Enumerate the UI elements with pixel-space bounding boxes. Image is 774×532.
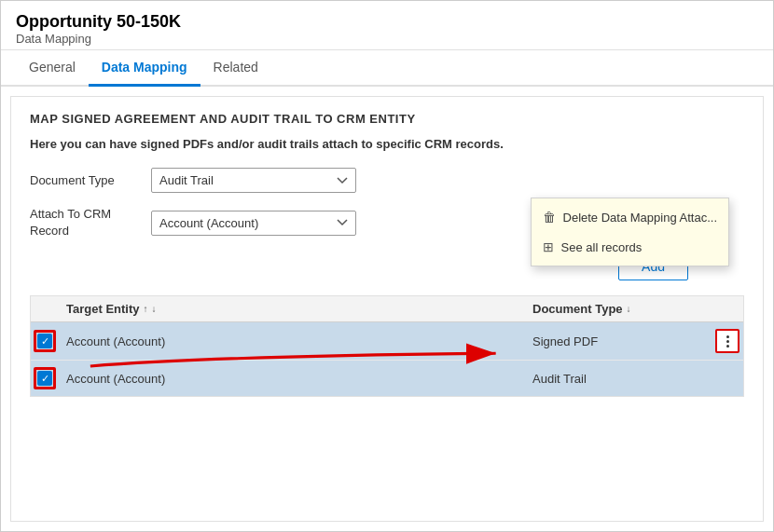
tab-data-mapping[interactable]: Data Mapping: [89, 50, 200, 87]
dot-1: [726, 335, 729, 338]
delete-menu-label: Delete Data Mapping Attac...: [563, 211, 717, 225]
section-panel: MAP SIGNED AGREEMENT AND AUDIT TRAIL TO …: [10, 96, 764, 522]
table-row: ✓ Account (Account) Signed PDF: [31, 322, 743, 361]
row-2-target: Account (Account): [59, 372, 525, 386]
section-description: Here you can have signed PDFs and/or aud…: [30, 137, 744, 151]
sort-desc-icon[interactable]: ↓: [152, 304, 157, 314]
section-title: MAP SIGNED AGREEMENT AND AUDIT TRAIL TO …: [30, 112, 744, 126]
document-type-col-label: Document Type: [532, 302, 623, 316]
row-1-doctype: Signed PDF: [525, 334, 712, 348]
attach-to-crm-label: Attach To CRMRecord: [30, 206, 151, 239]
row-1-checkbox[interactable]: ✓: [37, 334, 52, 348]
doctype-sort-icon[interactable]: ↓: [627, 304, 631, 314]
table-header: Target Entity ↑ ↓ Document Type ↓: [31, 296, 743, 322]
see-all-label: See all records: [561, 240, 643, 254]
context-menu: 🗑 Delete Data Mapping Attac... ⊞ See all…: [531, 198, 729, 266]
row-2-check-border: ✓: [34, 367, 56, 389]
dot-3: [726, 345, 729, 348]
page-wrapper: Opportunity 50-150K Data Mapping General…: [0, 0, 774, 532]
main-content: MAP SIGNED AGREEMENT AND AUDIT TRAIL TO …: [1, 87, 773, 531]
col-target-header[interactable]: Target Entity ↑ ↓: [59, 302, 525, 316]
document-type-label: Document Type: [30, 173, 151, 187]
tab-bar: General Data Mapping Related: [1, 50, 773, 87]
page-subtitle: Data Mapping: [16, 32, 758, 46]
row-1-actions: [712, 329, 743, 353]
row-1-more-options-button[interactable]: [715, 329, 739, 353]
see-all-records-menu-item[interactable]: ⊞ See all records: [532, 232, 728, 262]
page-title: Opportunity 50-150K: [16, 12, 758, 32]
document-type-row: Document Type Audit Trail Signed PDF: [30, 168, 744, 193]
dot-2: [726, 340, 729, 343]
tab-general[interactable]: General: [16, 50, 89, 87]
col-doctype-header[interactable]: Document Type ↓: [525, 302, 712, 316]
row-2-doctype: Audit Trail: [525, 372, 712, 386]
row-2-checkbox-cell: ✓: [31, 367, 59, 389]
target-entity-label: Target Entity: [66, 302, 140, 316]
tab-related[interactable]: Related: [200, 50, 271, 87]
row-1-check-border: ✓: [34, 330, 56, 352]
document-type-select[interactable]: Audit Trail Signed PDF: [151, 168, 356, 193]
table-row: ✓ Account (Account) Audit Trail: [31, 361, 743, 396]
row-1-checkbox-cell: ✓: [31, 330, 59, 352]
sort-asc-icon[interactable]: ↑: [144, 304, 148, 314]
header: Opportunity 50-150K Data Mapping: [1, 1, 773, 50]
row-1-target: Account (Account): [59, 334, 525, 348]
attach-to-crm-select[interactable]: Account (Account): [151, 211, 356, 236]
delete-data-mapping-menu-item[interactable]: 🗑 Delete Data Mapping Attac...: [532, 202, 728, 232]
row-2-checkbox[interactable]: ✓: [37, 371, 52, 386]
grid-icon: ⊞: [543, 239, 554, 254]
data-mapping-table: Target Entity ↑ ↓ Document Type ↓ ✓: [30, 295, 744, 397]
trash-icon: 🗑: [543, 210, 556, 225]
